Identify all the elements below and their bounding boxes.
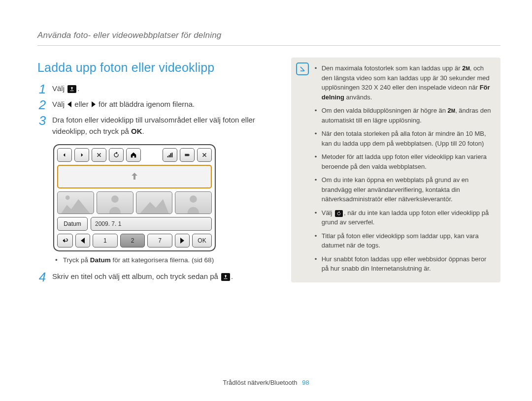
refresh-button[interactable] xyxy=(109,148,124,162)
columns: Ladda upp foton eller videoklipp 1 Välj … xyxy=(37,58,500,286)
note-icon xyxy=(296,62,309,75)
footer: Trådlöst nätverk/Bluetooth 98 xyxy=(0,379,532,386)
return-button[interactable] xyxy=(57,234,73,247)
date-field: 2009. 7. 1 xyxy=(91,217,212,231)
forward-arrow-button[interactable] xyxy=(74,148,89,162)
tip-item: Titlar på foton eller videoklipp som lad… xyxy=(315,231,494,250)
header-rule xyxy=(37,45,500,46)
upload-arrow-icon xyxy=(129,171,140,183)
svg-point-1 xyxy=(111,195,119,203)
page-7[interactable]: 7 xyxy=(147,234,172,247)
step-3: 3 Dra foton eller videoklipp till urvals… xyxy=(37,114,271,137)
step-text: Dra foton eller videoklipp till urvalsom… xyxy=(52,114,271,137)
drop-zone[interactable] xyxy=(57,165,212,188)
tip-item: Hur snabbt foton laddas upp eller webbsi… xyxy=(315,254,494,274)
page-2[interactable]: 2 xyxy=(120,234,145,247)
page: Använda foto- eller videowebbplatser för… xyxy=(0,0,532,401)
thumbnail-row xyxy=(57,191,212,214)
thumbnail[interactable] xyxy=(97,191,133,214)
close-x-button[interactable] xyxy=(197,148,212,162)
subnote-bold: Datum xyxy=(90,256,111,264)
step-2: 2 Välj eller för att bläddra igenom file… xyxy=(37,98,271,111)
step-number: 4 xyxy=(37,271,47,283)
tip-fragment: Välj xyxy=(322,209,334,216)
thumbnail[interactable] xyxy=(136,191,173,214)
camera-ui: Datum 2009. 7. 1 1 2 7 OK xyxy=(53,144,216,251)
datum-button[interactable]: Datum xyxy=(57,217,88,231)
header: Använda foto- eller videowebbplatser för… xyxy=(37,31,500,40)
tip-fragment: , när du inte kan ladda upp foton eller … xyxy=(322,209,489,226)
section-title: Ladda upp foton eller videoklipp xyxy=(37,61,271,75)
resolution-2m-icon: 2M xyxy=(448,106,456,116)
step-4: 4 Skriv en titel och välj ett album, och… xyxy=(37,271,271,283)
upload-icon xyxy=(221,273,230,281)
battery-icon xyxy=(180,148,195,162)
subnote-fragment: Tryck på xyxy=(63,256,90,264)
step-fragment: . xyxy=(231,272,233,280)
chevron-left-icon xyxy=(81,238,85,244)
step-number: 1 xyxy=(37,83,47,95)
step-text: Välj . xyxy=(52,83,79,94)
upload-icon xyxy=(67,85,76,93)
tip-fragment: Om den valda bildupplösningen är högre ä… xyxy=(322,107,448,114)
ok-button[interactable]: OK xyxy=(192,234,212,247)
tip-fragment: Den maximala fotostorlek som kan laddas … xyxy=(322,64,462,72)
tip-item: När den totala storleken på alla foton ä… xyxy=(315,129,494,148)
step-1: 1 Välj . xyxy=(37,83,271,95)
svg-point-0 xyxy=(66,195,70,200)
date-row: Datum 2009. 7. 1 xyxy=(57,217,212,231)
tip-fragment: används. xyxy=(344,93,372,101)
step-number: 2 xyxy=(37,98,47,111)
left-column: Ladda upp foton eller videoklipp 1 Välj … xyxy=(37,58,271,286)
tip-item: Om du inte kan öppna en webbplats på gru… xyxy=(315,175,494,204)
thumbnail[interactable] xyxy=(57,191,94,214)
thumbnail[interactable] xyxy=(175,191,212,214)
step-fragment: för att bläddra igenom filerna. xyxy=(99,100,195,108)
nav-row: 1 2 7 OK xyxy=(57,234,212,247)
refresh-icon xyxy=(335,210,343,217)
tip-item: Metoder för att ladda upp foton eller vi… xyxy=(315,152,494,171)
home-button[interactable] xyxy=(126,148,141,162)
toolbar xyxy=(57,148,212,162)
chevron-right-icon xyxy=(92,101,96,107)
subnote-fragment: för att kategorisera filerna. (sid 68) xyxy=(111,256,214,264)
svg-point-2 xyxy=(190,195,197,203)
step-number: 3 xyxy=(37,114,47,127)
subnote: Tryck på Datum för att kategorisera file… xyxy=(55,256,271,264)
resolution-2m-icon: 2M xyxy=(462,63,470,73)
step-fragment: Välj xyxy=(52,84,65,93)
page-1[interactable]: 1 xyxy=(93,234,118,247)
page-number: 98 xyxy=(302,379,309,386)
step-fragment: Dra foton eller videoklipp till urvalsom… xyxy=(52,116,255,135)
step-text: Skriv en titel och välj ett album, och t… xyxy=(52,271,233,282)
chevron-left-icon xyxy=(67,101,71,107)
tip-item: Den maximala fotostorlek som kan laddas … xyxy=(315,63,494,102)
ok-bold: OK xyxy=(131,127,142,135)
tip-item: Välj , när du inte kan ladda upp foton e… xyxy=(315,208,494,227)
right-column: Den maximala fotostorlek som kan laddas … xyxy=(291,58,500,286)
step-fragment: Välj xyxy=(52,100,65,108)
next-button[interactable] xyxy=(175,234,190,247)
step-fragment: . xyxy=(142,127,144,135)
prev-button[interactable] xyxy=(75,234,90,247)
close-button[interactable] xyxy=(92,148,106,162)
step-fragment: Skriv en titel och välj ett album, och t… xyxy=(52,272,218,280)
chevron-right-icon xyxy=(180,238,184,244)
back-arrow-button[interactable] xyxy=(57,148,72,162)
tips-box: Den maximala fotostorlek som kan laddas … xyxy=(291,58,500,282)
signal-icon xyxy=(163,148,177,162)
tip-item: Om den valda bildupplösningen är högre ä… xyxy=(315,106,494,125)
footer-section: Trådlöst nätverk/Bluetooth xyxy=(223,379,297,386)
step-fragment: eller xyxy=(74,100,88,108)
step-text: Välj eller för att bläddra igenom filern… xyxy=(52,98,195,110)
